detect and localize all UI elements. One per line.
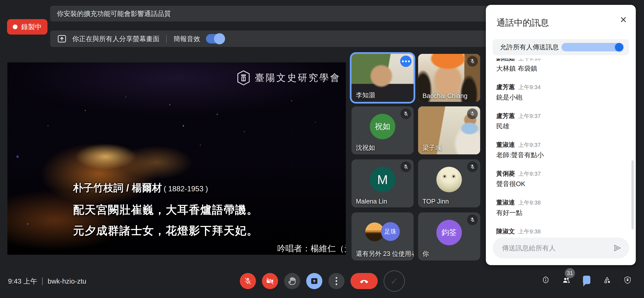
chat-message: 陳淑文上午9:38 xyxy=(496,228,626,235)
message-time: 上午9:38 xyxy=(518,228,541,235)
toggle-knob xyxy=(615,43,623,51)
self-tile[interactable]: 鈞筌 你 xyxy=(418,212,480,260)
participant-name: Baochai Chiang xyxy=(422,92,468,100)
allow-messages-row: 允許所有人傳送訊息 xyxy=(492,39,629,55)
message-text: 民雄 xyxy=(496,122,626,130)
sender-name: 陳淑文 xyxy=(496,228,515,235)
mic-off-icon xyxy=(467,56,478,67)
more-options-button[interactable] xyxy=(328,273,344,289)
participant-tile-malena[interactable]: M Malena Lin xyxy=(352,159,414,207)
extension-warning-banner: 你安裝的擴充功能可能會影響通話品質 xyxy=(50,6,490,22)
participant-name: 李知灝 xyxy=(356,91,375,100)
sender-name: 董淑連 xyxy=(496,141,515,148)
chat-message-list: 劉柏如上午9:10 大林鎮 布袋鎮 盧芳蕙上午9:34 銃是小砲 盧芳蕙上午9:… xyxy=(486,59,636,236)
participant-tile-baochai[interactable]: Baochai Chiang xyxy=(418,54,480,102)
chat-input-placeholder: 傳送訊息給所有人 xyxy=(502,243,613,253)
message-time: 上午9:37 xyxy=(518,141,541,148)
participant-name: Malena Lin xyxy=(356,198,387,205)
participant-name: 梁子彧 xyxy=(422,143,442,152)
tile-menu-button[interactable] xyxy=(400,56,412,67)
mic-off-icon xyxy=(467,161,478,172)
chat-message: 盧芳蕙上午9:37 民雄 xyxy=(496,112,626,130)
send-icon[interactable] xyxy=(613,243,622,252)
participant-name: 沈祝如 xyxy=(356,143,375,152)
notification-text: 你安裝的擴充功能可能會影響通話品質 xyxy=(57,9,171,18)
share-banner-text: 你正在與所有人分享螢幕畫面 xyxy=(72,34,160,44)
end-call-button[interactable] xyxy=(350,273,378,289)
chat-message: 董淑連上午9:38 有好一點 xyxy=(496,199,626,217)
self-label: 你 xyxy=(422,249,429,258)
more-participants-label: 還有另外 23 位使用者 xyxy=(356,249,414,258)
panel-buttons xyxy=(541,275,632,284)
presentation-check-button[interactable]: ✓ xyxy=(384,270,405,292)
avatar: 祝如 xyxy=(370,114,395,139)
meeting-details-button[interactable] xyxy=(541,275,550,284)
mic-off-icon xyxy=(467,108,478,119)
chat-input[interactable]: 傳送訊息給所有人 xyxy=(492,238,629,258)
meeting-meta: 9:43 上午 bwk-hzio-ztu xyxy=(8,274,86,288)
chat-panel-title: 通話中的訊息 xyxy=(496,17,549,29)
present-button-active[interactable] xyxy=(306,273,322,289)
vertical-dots-icon xyxy=(336,277,337,285)
allow-messages-toggle[interactable] xyxy=(562,43,623,51)
call-controls: ✓ xyxy=(240,270,405,292)
message-time: 上午9:34 xyxy=(518,83,541,91)
host-controls-button[interactable] xyxy=(623,275,632,284)
mic-off-icon xyxy=(400,108,411,119)
participant-tile-li-zhihao[interactable]: 李知灝 xyxy=(352,54,414,102)
meta-divider xyxy=(42,277,42,285)
screen-share-banner: 你正在與所有人分享螢幕畫面 簡報音效 xyxy=(50,31,490,47)
banner-divider xyxy=(166,35,167,43)
more-participants-tile[interactable]: 足珠 還有另外 23 位使用者 xyxy=(352,212,414,260)
watermark: 臺陽文史研究學會 xyxy=(237,71,341,85)
stacked-avatars: 足珠 xyxy=(365,222,400,242)
sender-name: 盧芳蕙 xyxy=(496,112,515,120)
sender-name: 劉柏如 xyxy=(496,59,515,62)
meet-app: 你安裝的擴充功能可能會影響通話品質 錄製中 你正在與所有人分享螢幕畫面 簡報音效… xyxy=(0,0,644,298)
lyric-credit: 吟唱者：楊維仁（天籟調） xyxy=(277,243,346,254)
close-chat-button[interactable]: × xyxy=(619,14,628,25)
shared-screen-video: 臺陽文史研究學會 朴子竹枝詞 / 楊爾材( 1882-1953 ) 配天宮闕壯崔… xyxy=(8,62,346,255)
allow-messages-label: 允許所有人傳送訊息 xyxy=(500,43,562,52)
activities-button[interactable] xyxy=(602,275,612,284)
poet-years: ( 1882-1953 ) xyxy=(164,185,208,193)
recording-indicator: 錄製中 xyxy=(7,19,48,35)
sender-name: 黃俐菱 xyxy=(496,170,515,177)
clock-time: 9:43 上午 xyxy=(8,277,37,286)
chat-scrollbar[interactable] xyxy=(632,160,634,229)
mic-off-button[interactable] xyxy=(240,273,256,289)
recording-dot-icon xyxy=(13,25,18,29)
owl-eye-icon xyxy=(452,174,456,179)
avatar: 足珠 xyxy=(381,222,400,241)
participant-tile-top-jinn[interactable]: TOP Jinn xyxy=(418,159,480,207)
chat-button-active[interactable] xyxy=(582,275,591,284)
lyric-title: 朴子竹枝詞 / 楊爾材( 1882-1953 ) xyxy=(73,181,208,195)
in-call-messages-panel: 通話中的訊息 × 允許所有人傳送訊息 劉柏如上午9:10 大林鎮 布袋鎮 盧芳蕙… xyxy=(486,5,636,265)
camera-off-button[interactable] xyxy=(262,273,278,289)
meeting-code: bwk-hzio-ztu xyxy=(48,277,86,285)
recording-label: 錄製中 xyxy=(21,22,42,32)
lyric-line-2: 元夕成群諸士女，花燈影下拜天妃。 xyxy=(73,223,258,238)
raise-hand-button[interactable] xyxy=(284,273,300,289)
message-time: 上午9:38 xyxy=(518,199,541,206)
participant-name: TOP Jinn xyxy=(422,198,449,205)
participant-tile-liang-ziyu[interactable]: 梁子彧 xyxy=(418,106,480,154)
presentation-audio-label: 簡報音效 xyxy=(174,34,200,44)
message-time: 上午9:37 xyxy=(518,170,541,177)
avatar: M xyxy=(370,167,395,192)
participants-count-badge: 31 xyxy=(565,268,575,278)
message-time: 上午9:37 xyxy=(518,112,541,120)
chat-message: 董淑連上午9:37 老師:聲音有點小 xyxy=(496,141,626,159)
sender-name: 盧芳蕙 xyxy=(496,83,515,91)
message-text: 老師:聲音有點小 xyxy=(496,151,626,159)
chat-message: 劉柏如上午9:10 大林鎮 布袋鎮 xyxy=(496,59,626,73)
poem-title: 朴子竹枝詞 / 楊爾材 xyxy=(73,182,162,193)
owl-eye-icon xyxy=(442,174,447,179)
watermark-text: 臺陽文史研究學會 xyxy=(255,72,341,84)
presentation-audio-toggle[interactable] xyxy=(206,34,225,44)
message-text: 銃是小砲 xyxy=(496,93,626,102)
association-seal-icon xyxy=(237,71,250,85)
message-text: 大林鎮 布袋鎮 xyxy=(496,64,626,73)
owl-avatar xyxy=(436,167,462,192)
participant-tile-shen-zhuru[interactable]: 祝如 沈祝如 xyxy=(352,106,414,154)
